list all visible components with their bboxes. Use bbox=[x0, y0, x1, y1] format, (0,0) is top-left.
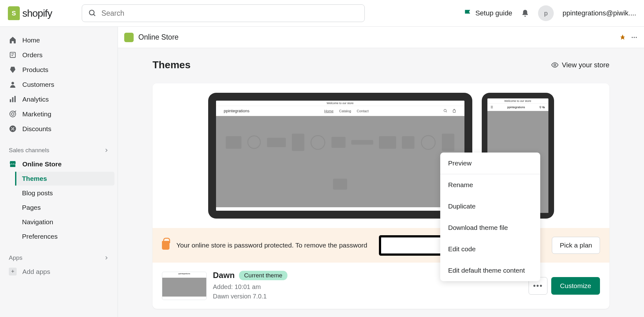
plus-icon: + bbox=[9, 268, 17, 275]
setup-guide-link[interactable]: Setup guide bbox=[464, 9, 512, 18]
svg-rect-28 bbox=[379, 136, 396, 149]
topbar: shopify Setup guide p ppintegrations@piw… bbox=[0, 0, 644, 27]
menu-icon: ☰ bbox=[491, 106, 493, 109]
apps-label: Apps bbox=[9, 254, 22, 261]
search-small-icon bbox=[443, 109, 447, 113]
analytics-icon bbox=[9, 95, 17, 103]
sidebar-item-online-store[interactable]: Online Store bbox=[3, 157, 114, 171]
sidebar-item-blog-posts[interactable]: Blog posts bbox=[16, 186, 114, 200]
products-icon bbox=[9, 66, 17, 74]
search-box[interactable] bbox=[82, 4, 365, 22]
theme-preview-area: Welcome to our store ppintegrations Home… bbox=[153, 83, 609, 228]
dropdown-rename[interactable]: Rename bbox=[440, 174, 540, 196]
sidebar-item-pages[interactable]: Pages bbox=[16, 201, 114, 214]
dropdown-download-theme-file[interactable]: Download theme file bbox=[440, 217, 540, 238]
theme-info-row: ppintegrations Dawn Current theme Added:… bbox=[153, 263, 609, 309]
store-icon bbox=[9, 160, 17, 168]
callout-arrow bbox=[379, 235, 448, 256]
sidebar-item-customers[interactable]: Customers bbox=[3, 77, 114, 92]
sidebar-item-navigation[interactable]: Navigation bbox=[16, 215, 114, 229]
nav-catalog: Catalog bbox=[339, 109, 351, 113]
sidebar-item-preferences[interactable]: Preferences bbox=[16, 230, 114, 243]
themes-title: Themes bbox=[153, 59, 191, 71]
theme-thumbnail: ppintegrations bbox=[162, 272, 207, 300]
store-badge-icon bbox=[124, 33, 134, 42]
svg-point-12 bbox=[11, 127, 12, 128]
sidebar-label: Orders bbox=[22, 51, 42, 59]
sales-channels-header[interactable]: Sales channels bbox=[3, 144, 114, 157]
sidebar-item-orders[interactable]: Orders bbox=[3, 48, 114, 62]
svg-rect-7 bbox=[12, 97, 13, 102]
bag-small-icon bbox=[452, 109, 456, 113]
avatar[interactable]: p bbox=[538, 5, 554, 21]
welcome-bar: Welcome to our store bbox=[216, 101, 464, 106]
theme-card: Welcome to our store ppintegrations Home… bbox=[153, 83, 609, 309]
pin-icon[interactable] bbox=[619, 34, 626, 41]
svg-rect-27 bbox=[351, 140, 373, 145]
sidebar-item-analytics[interactable]: Analytics bbox=[3, 92, 114, 106]
sidebar-label: Analytics bbox=[22, 96, 49, 103]
chevron-right-icon bbox=[104, 255, 109, 260]
svg-rect-6 bbox=[10, 99, 11, 102]
dropdown-preview[interactable]: Preview bbox=[440, 153, 540, 174]
discounts-icon bbox=[9, 125, 17, 133]
site-brand: ppintegrations bbox=[224, 108, 250, 113]
svg-point-10 bbox=[11, 113, 14, 115]
theme-name: Dawn bbox=[213, 270, 235, 280]
theme-version: Dawn version 7.0.1 bbox=[213, 292, 522, 301]
svg-line-1 bbox=[94, 14, 95, 16]
chevron-right-icon bbox=[104, 148, 109, 153]
svg-point-15 bbox=[634, 37, 635, 38]
svg-point-17 bbox=[554, 64, 556, 66]
page-header: Online Store bbox=[118, 27, 644, 48]
online-store-subnav: Themes Blog posts Pages Navigation Prefe… bbox=[3, 172, 114, 243]
desktop-preview: Welcome to our store ppintegrations Home… bbox=[208, 93, 472, 219]
svg-rect-26 bbox=[331, 137, 346, 148]
home-icon bbox=[9, 36, 17, 44]
lock-icon bbox=[162, 241, 169, 250]
current-theme-badge: Current theme bbox=[239, 271, 287, 280]
mobile-welcome-bar: Welcome to our store bbox=[487, 98, 548, 103]
customize-button[interactable]: Customize bbox=[551, 277, 600, 295]
add-apps-link[interactable]: + Add apps bbox=[3, 264, 114, 279]
notifications-icon[interactable] bbox=[521, 9, 529, 18]
mobile-icons: ⚲ 🛍 bbox=[539, 106, 545, 109]
setup-guide-label: Setup guide bbox=[475, 9, 512, 17]
dropdown-edit-default-theme-content[interactable]: Edit default theme content bbox=[440, 260, 540, 281]
sidebar-label: Products bbox=[22, 66, 48, 74]
view-store-link[interactable]: View your store bbox=[551, 61, 609, 69]
sidebar-item-products[interactable]: Products bbox=[3, 63, 114, 77]
logo-text: shopify bbox=[22, 8, 52, 19]
sidebar-item-discounts[interactable]: Discounts bbox=[3, 122, 114, 136]
sidebar-item-home[interactable]: Home bbox=[3, 33, 114, 47]
svg-point-25 bbox=[311, 136, 325, 149]
mobile-brand: ppintegrations bbox=[507, 106, 525, 109]
sidebar-label: Customers bbox=[22, 81, 54, 88]
sidebar-item-themes[interactable]: Themes bbox=[15, 172, 114, 186]
apps-header[interactable]: Apps bbox=[3, 251, 114, 264]
sidebar-label: Home bbox=[22, 36, 40, 44]
dropdown-duplicate[interactable]: Duplicate bbox=[440, 196, 540, 217]
sidebar-item-marketing[interactable]: Marketing bbox=[3, 107, 114, 121]
customers-icon bbox=[9, 81, 17, 88]
shopify-logo[interactable]: shopify bbox=[8, 6, 52, 20]
add-apps-label: Add apps bbox=[22, 268, 50, 275]
dropdown-edit-code[interactable]: Edit code bbox=[440, 238, 540, 260]
eye-icon bbox=[551, 61, 559, 69]
sidebar-label: Online Store bbox=[22, 160, 62, 168]
theme-added: Added: 10:01 am bbox=[213, 282, 522, 292]
search-input[interactable] bbox=[101, 9, 358, 18]
pick-plan-button[interactable]: Pick a plan bbox=[552, 237, 600, 254]
search-icon bbox=[88, 9, 97, 17]
svg-point-30 bbox=[421, 136, 435, 149]
svg-point-14 bbox=[632, 37, 633, 38]
svg-rect-23 bbox=[267, 138, 286, 147]
svg-rect-2 bbox=[10, 52, 15, 58]
svg-rect-32 bbox=[333, 179, 347, 190]
user-email[interactable]: ppintegrations@piwik.... bbox=[563, 9, 636, 17]
svg-point-22 bbox=[248, 136, 260, 148]
more-dots-icon[interactable] bbox=[631, 34, 638, 41]
svg-rect-29 bbox=[402, 136, 414, 149]
svg-rect-31 bbox=[442, 134, 454, 151]
sidebar-label: Marketing bbox=[22, 110, 51, 118]
